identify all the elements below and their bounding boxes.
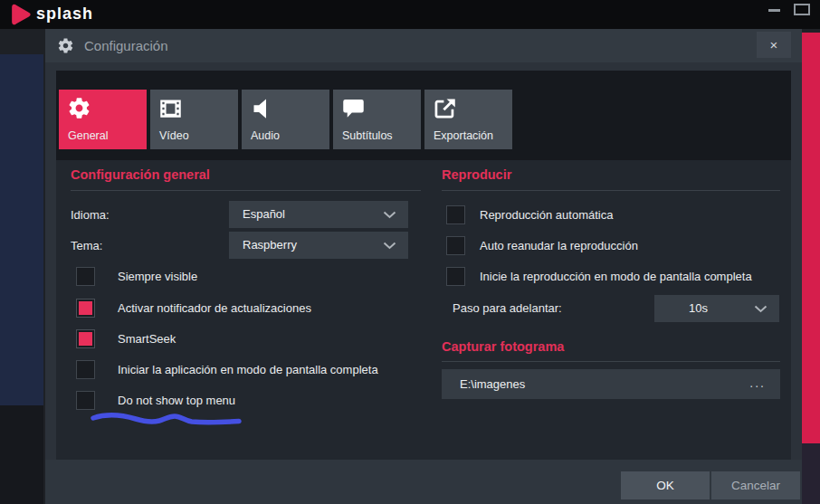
hide-top-menu-checkbox[interactable] xyxy=(76,391,95,410)
divider xyxy=(442,190,780,191)
checkbox-label: Siempre visible xyxy=(118,267,197,287)
checkbox-label: SmartSeek xyxy=(118,329,176,349)
background-right-lower xyxy=(802,443,820,504)
smartseek-checkbox[interactable] xyxy=(76,329,95,348)
divider xyxy=(71,190,421,191)
update-notifier-checkbox[interactable] xyxy=(76,299,95,318)
dialog-header: Configuración × xyxy=(45,29,802,62)
cancel-button[interactable]: Cancelar xyxy=(711,471,800,499)
speech-bubble-icon xyxy=(341,96,366,120)
tab-subtitles[interactable]: Subtítulos xyxy=(333,90,421,149)
dialog-title: Configuración xyxy=(84,38,168,53)
chevron-down-icon xyxy=(383,242,396,250)
tab-video[interactable]: Vídeo xyxy=(150,90,238,149)
start-fullscreen-checkbox[interactable] xyxy=(76,360,95,379)
chevron-down-icon xyxy=(383,211,396,219)
tab-general[interactable]: General xyxy=(59,90,147,149)
step-forward-value: 10s xyxy=(689,295,708,322)
configuration-dialog: Configuración × General Vídeo Audio xyxy=(45,29,802,504)
speaker-icon xyxy=(250,96,274,120)
checkbox-label: Reproducción automática xyxy=(480,205,613,225)
film-icon xyxy=(158,96,183,120)
gear-icon xyxy=(67,96,91,120)
step-forward-label: Paso para adelantar: xyxy=(453,301,562,315)
section-title-playback: Reproducir xyxy=(442,167,511,182)
checkbox-label: Activar notificador de actualizaciones xyxy=(118,299,311,319)
checkbox-label: Inicie la reproducción en modo de pantal… xyxy=(480,267,752,287)
gear-icon xyxy=(57,37,74,54)
app-titlebar: splash xyxy=(0,0,820,29)
play-icon xyxy=(7,4,31,25)
chevron-down-icon xyxy=(754,305,768,313)
theme-value: Raspberry xyxy=(243,232,297,259)
tab-export[interactable]: Exportación xyxy=(424,90,512,149)
tab-label: Subtítulos xyxy=(342,129,393,142)
language-label: Idioma: xyxy=(71,208,110,222)
divider xyxy=(442,361,780,362)
capture-path-field[interactable]: E:\imagenes ... xyxy=(442,369,780,399)
close-icon[interactable]: × xyxy=(757,32,791,58)
theme-select[interactable]: Raspberry xyxy=(229,232,408,259)
section-title-capture: Capturar fotograma xyxy=(442,339,564,354)
autoplay-checkbox[interactable] xyxy=(446,205,465,224)
app-logo-text: splash xyxy=(36,5,93,24)
step-forward-select[interactable]: 10s xyxy=(654,295,779,322)
background-navy-panel xyxy=(0,54,43,405)
background-pink-strip xyxy=(802,33,820,443)
tab-label: Audio xyxy=(251,129,280,142)
tab-label: Exportación xyxy=(434,129,493,142)
annotation-underline xyxy=(89,410,250,428)
export-icon xyxy=(433,96,457,120)
tab-label: Vídeo xyxy=(159,129,189,142)
minimize-icon[interactable] xyxy=(768,9,780,12)
ok-button[interactable]: OK xyxy=(621,471,710,499)
checkbox-label: Auto reanudar la reproducción xyxy=(480,236,638,256)
always-visible-checkbox[interactable] xyxy=(76,267,95,286)
maximize-icon[interactable] xyxy=(794,4,810,15)
tab-label: General xyxy=(68,129,108,142)
play-fullscreen-checkbox[interactable] xyxy=(446,267,465,286)
dialog-footer: OK Cancelar xyxy=(45,460,802,504)
checkbox-label: Do not show top menu xyxy=(118,391,235,411)
browse-button[interactable]: ... xyxy=(749,369,766,396)
tab-audio[interactable]: Audio xyxy=(242,90,329,149)
auto-resume-checkbox[interactable] xyxy=(446,236,465,255)
section-title-general: Configuración general xyxy=(71,167,210,182)
checkbox-label: Iniciar la aplicación en modo de pantall… xyxy=(118,360,378,380)
language-value: Español xyxy=(243,201,285,228)
capture-path-value: E:\imagenes xyxy=(460,369,525,399)
theme-label: Tema: xyxy=(71,239,102,252)
background-left-lower xyxy=(0,405,43,504)
language-select[interactable]: Español xyxy=(229,201,408,228)
tab-bar: General Vídeo Audio Subtítulos xyxy=(56,71,791,160)
